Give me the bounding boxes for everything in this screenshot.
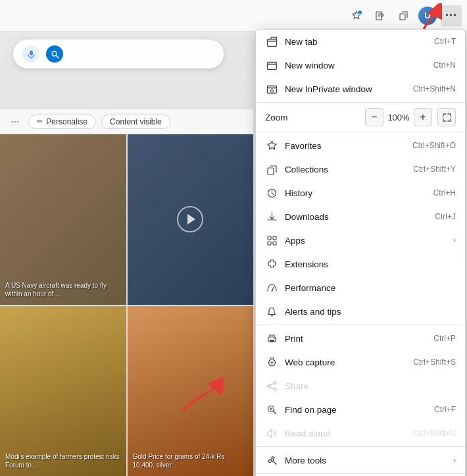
readaloud-menu-icon [265,427,278,440]
svg-rect-16 [273,236,276,240]
news-card-1-text: A US Navy aircraft was ready to fly with… [5,281,121,298]
mic-icon [22,45,39,63]
svg-rect-21 [270,340,274,342]
reading-list-icon[interactable] [370,5,391,26]
menu-item-new-window[interactable]: New window Ctrl+N [256,53,465,77]
favorites-icon[interactable]: + [346,5,367,26]
menu-item-inprivate[interactable]: New InPrivate window Ctrl+Shift+N [256,77,465,101]
zoom-decrease-button[interactable]: − [365,108,383,126]
profile-avatar: U [418,7,437,25]
menu-item-history[interactable]: History Ctrl+H [256,181,465,205]
menu-item-performance[interactable]: Performance [256,276,465,300]
news-grid: A US Navy aircraft was ready to fly with… [0,134,253,476]
menu-item-collections[interactable]: Collections Ctrl+Shift+Y [256,157,465,181]
menu-item-downloads[interactable]: Downloads Ctrl+J [256,205,465,228]
search-box[interactable] [13,40,224,68]
menu-item-readaloud: Read aloud Ctrl+Shift+U [256,421,465,445]
svg-point-26 [274,388,276,390]
menu-divider-3 [256,325,465,325]
alerts-menu-icon [265,305,278,318]
menu-item-share: Share [256,374,465,398]
moretools-arrow-icon: › [453,456,456,465]
history-menu-icon [265,186,278,199]
readaloud-shortcut: Ctrl+Shift+U [413,429,456,438]
zoom-value-display: 100% [386,113,411,122]
svg-rect-17 [268,242,271,245]
menu-item-webcapture[interactable]: Web capture Ctrl+Shift+S [256,350,465,374]
ellipsis-dots[interactable]: ··· [7,115,23,129]
browser-toolbar: + U ··· [0,0,467,32]
favorites-menu-icon [265,139,278,152]
news-card-3[interactable]: Modi's example of farmers protest risks … [0,306,126,477]
personalise-bar: ··· ✏ Personalise Content visible [0,109,253,134]
context-menu: New tab Ctrl+T New window Ctrl+N New InP… [255,29,466,476]
news-card-2[interactable] [128,134,254,305]
menu-divider-1 [256,102,465,103]
new-window-label: New window [285,61,428,70]
svg-text:+: + [359,11,361,15]
menu-item-print[interactable]: Print Ctrl+P [256,327,465,350]
menu-divider-5 [256,473,465,474]
svg-rect-9 [267,39,276,46]
webcapture-label: Web capture [285,357,408,367]
content-visible-button[interactable]: Content visible [101,115,170,129]
findonpage-label: Find on page [285,405,429,415]
moretools-label: More tools [285,456,451,465]
svg-rect-3 [30,51,33,55]
inprivate-icon [265,82,278,95]
profile-button[interactable]: U [417,5,438,26]
more-menu-button[interactable]: ··· [441,5,462,26]
new-tab-label: New tab [285,37,429,47]
menu-item-findonpage[interactable]: Find on page Ctrl+F [256,398,465,421]
menu-item-extensions[interactable]: Extensions [256,252,465,276]
menu-item-new-tab[interactable]: New tab Ctrl+T [256,30,465,53]
extensions-label: Extensions [285,259,456,269]
svg-rect-2 [400,14,405,20]
find-menu-icon [265,403,278,416]
downloads-shortcut: Ctrl+J [435,212,456,221]
extensions-menu-icon [265,257,278,271]
zoom-row: Zoom − 100% + [256,104,465,130]
menu-item-moretools[interactable]: More tools › [256,448,465,472]
menu-item-alerts[interactable]: Alerts and tips [256,300,465,323]
zoom-increase-button[interactable]: + [414,108,432,126]
new-tab-shortcut: Ctrl+T [434,37,456,46]
news-card-1[interactable]: A US Navy aircraft was ready to fly with… [0,134,126,305]
findonpage-shortcut: Ctrl+F [434,405,456,414]
collections-menu-icon [265,163,278,176]
svg-point-19 [271,290,272,292]
svg-rect-18 [273,242,276,245]
downloads-label: Downloads [285,212,430,222]
downloads-menu-icon [265,210,278,223]
share-label: Share [285,381,456,391]
svg-point-25 [267,384,270,387]
personalise-button[interactable]: ✏ Personalise [28,115,96,129]
collections-toolbar-icon[interactable] [393,5,414,26]
svg-point-24 [274,381,276,384]
collections-shortcut: Ctrl+Shift+Y [413,165,456,174]
zoom-fullscreen-button[interactable] [437,108,456,126]
readaloud-label: Read aloud [285,429,408,438]
zoom-label: Zoom [265,113,365,122]
moretools-menu-icon [265,454,278,467]
svg-point-22 [274,338,275,339]
apps-label: Apps [285,236,451,246]
performance-menu-icon [265,281,278,294]
performance-label: Performance [285,283,456,293]
ellipsis-icon: ··· [445,9,457,22]
alerts-label: Alerts and tips [285,307,456,317]
news-card-3-text: Modi's example of farmers protest risks … [5,452,121,469]
news-card-4[interactable]: Gold Price for grams of 24-k Rs 10,400, … [128,306,254,477]
menu-divider-4 [256,446,465,447]
new-window-icon [265,59,278,72]
webcapture-shortcut: Ctrl+Shift+S [413,357,456,367]
menu-item-apps[interactable]: Apps › [256,228,465,252]
menu-item-favorites[interactable]: Favorites Ctrl+Shift+O [256,134,465,157]
content-visible-label: Content visible [110,117,162,126]
menu-divider-2 [256,132,465,132]
svg-rect-10 [267,62,276,69]
collections-label: Collections [285,165,408,174]
webcapture-menu-icon [265,356,278,369]
search-submit-icon [46,45,63,63]
news-card-4-text: Gold Price for grams of 24-k Rs 10,400, … [133,452,249,469]
